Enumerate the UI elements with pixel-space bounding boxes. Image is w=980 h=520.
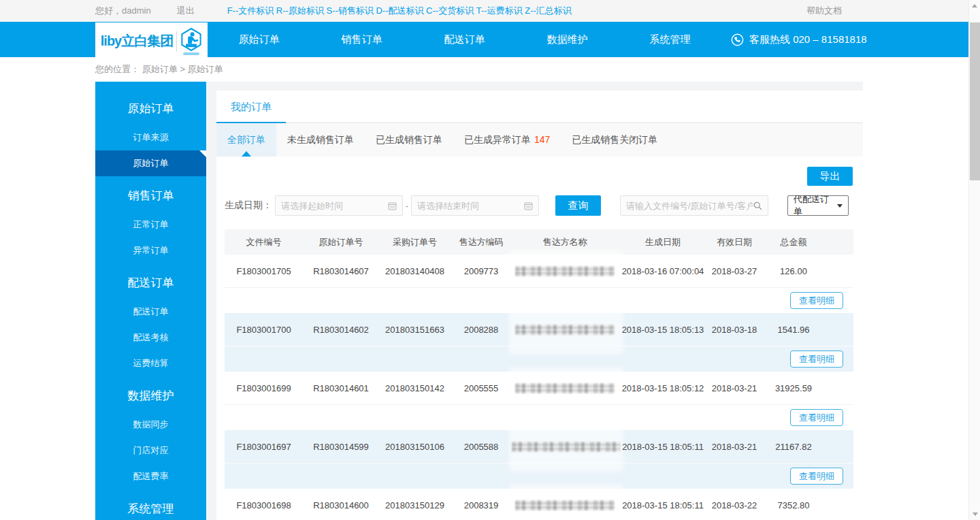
brand-logo[interactable]: liby立白集团 <box>95 22 208 60</box>
end-date-field[interactable] <box>411 195 539 216</box>
sidebar-section-system-management[interactable]: 系统管理 <box>95 493 206 520</box>
scrollbar-thumb[interactable] <box>970 22 980 180</box>
vertical-scrollbar[interactable] <box>968 0 980 520</box>
order-type-dropdown[interactable]: 代配送订单 <box>787 195 849 216</box>
cell-customer-name-redacted <box>512 383 618 393</box>
cell-customer-name-redacted <box>512 266 618 276</box>
col-header-customer-code: 售达方编码 <box>451 236 512 248</box>
breadcrumb-path: 原始订单 > 原始订单 <box>142 63 223 76</box>
sidebar-item-delivery-orders[interactable]: 配送订单 <box>95 299 206 325</box>
cell-valid-date: 2018-03-22 <box>708 500 761 510</box>
calendar-icon[interactable] <box>524 201 533 210</box>
cell-customer-code: 2009773 <box>451 266 512 276</box>
cell-customer-name-redacted <box>512 500 618 510</box>
table-row: F1803001699 R1803014601 201803150142 200… <box>225 372 853 430</box>
search-icon[interactable] <box>753 201 762 210</box>
cell-file-no: F1803001697 <box>225 442 303 452</box>
scroll-up-button[interactable] <box>969 0 980 12</box>
cell-customer-code: 2005555 <box>451 383 512 393</box>
cell-customer-name-redacted <box>512 442 618 452</box>
service-hotline: 客服热线 020 – 81581818 <box>731 33 867 46</box>
view-detail-button[interactable]: 查看明细 <box>790 351 843 368</box>
table-row: F1803001698 R1803014600 201803150129 200… <box>225 489 853 520</box>
export-row: 导出 <box>216 167 853 186</box>
cell-amount: 7352.80 <box>761 500 826 510</box>
nav-item-data-maintenance[interactable]: 数据维护 <box>516 33 619 46</box>
query-button[interactable]: 查询 <box>555 195 601 216</box>
subtab-abnormal-generated[interactable]: 已生成异常订单147 <box>453 123 561 157</box>
cell-gen-date: 2018-03-15 18:05:13 <box>618 325 708 335</box>
search-input[interactable] <box>626 201 753 211</box>
sidebar: 原始订单 订单来源 原始订单 销售订单 正常订单 异常订单 配送订单 配送订单 … <box>95 82 206 520</box>
col-header-file-no: 文件编号 <box>225 236 303 248</box>
sidebar-section-delivery-orders[interactable]: 配送订单 <box>95 267 206 299</box>
subtab-no-sales-generated[interactable]: 未生成销售订单 <box>276 123 365 157</box>
col-header-valid-date: 有效日期 <box>708 236 761 248</box>
abnormal-count-badge: 147 <box>534 134 550 145</box>
logo-caption <box>183 52 199 55</box>
col-header-amount: 总金额 <box>761 236 826 248</box>
scroll-down-button[interactable] <box>969 508 980 520</box>
cell-amount: 126.00 <box>761 266 826 276</box>
nav-menu: 原始订单 销售订单 配送订单 数据维护 系统管理 <box>208 33 721 46</box>
cell-amount: 31925.59 <box>761 383 826 393</box>
cell-valid-date: 2018-03-21 <box>708 383 761 393</box>
tab-my-orders[interactable]: 我的订单 <box>216 91 286 123</box>
sidebar-item-delivery-assessment[interactable]: 配送考核 <box>95 325 206 351</box>
logo-divider <box>176 31 177 52</box>
view-detail-button[interactable]: 查看明细 <box>790 409 843 426</box>
cell-purchase-order-no: 201803150129 <box>379 500 451 510</box>
nav-item-sales-orders[interactable]: 销售订单 <box>310 33 413 46</box>
sidebar-gutter <box>206 82 216 520</box>
cell-purchase-order-no: 201803150142 <box>379 383 451 393</box>
calendar-icon[interactable] <box>388 201 397 210</box>
sidebar-section-data-maintenance[interactable]: 数据维护 <box>95 380 206 412</box>
sidebar-section-sales-orders[interactable]: 销售订单 <box>95 180 206 212</box>
end-date-input[interactable] <box>417 201 524 211</box>
logout-link[interactable]: 退出 <box>177 5 195 17</box>
col-header-original-order-no: 原始订单号 <box>303 236 379 248</box>
subtab-sales-closed[interactable]: 已生成销售关闭订单 <box>561 123 668 157</box>
phone-icon <box>731 33 744 46</box>
start-date-input[interactable] <box>281 201 388 211</box>
user-greeting: 您好，dadmin <box>95 5 151 17</box>
sidebar-item-data-sync[interactable]: 数据同步 <box>95 412 206 438</box>
help-doc-link[interactable]: 帮助文档 <box>806 5 842 17</box>
cell-valid-date: 2018-03-27 <box>708 266 761 276</box>
sidebar-item-abnormal-orders[interactable]: 异常订单 <box>95 238 206 263</box>
sidebar-item-freight-settlement[interactable]: 运费结算 <box>95 351 206 376</box>
table-row: F1803001697 R1803014599 201803150106 200… <box>225 430 853 489</box>
card-top-strip <box>216 82 863 91</box>
cell-file-no: F1803001698 <box>225 500 303 510</box>
cell-original-order-no: R1803014599 <box>303 442 379 452</box>
cell-amount: 21167.82 <box>761 442 826 452</box>
content-card: 我的订单 全部订单 未生成销售订单 已生成销售订单 已生成异常订单147 已生成… <box>216 91 863 520</box>
breadcrumb-label: 您的位置： <box>95 63 140 76</box>
logo-hexagon-icon <box>180 27 202 55</box>
sidebar-item-normal-orders[interactable]: 正常订单 <box>95 212 206 238</box>
main-navbar: liby立白集团 原始订单 销售订单 配送订单 数据维护 系统管理 客服热线 0… <box>0 22 980 57</box>
sidebar-item-delivery-rate[interactable]: 配送费率 <box>95 464 206 489</box>
date-range-separator: - <box>403 201 411 211</box>
dropdown-selected-value: 代配送订单 <box>794 193 837 218</box>
subtab-sales-generated[interactable]: 已生成销售订单 <box>365 123 453 157</box>
cell-valid-date: 2018-03-21 <box>708 442 761 452</box>
cell-purchase-order-no: 201803140408 <box>379 266 451 276</box>
sidebar-item-original-orders[interactable]: 原始订单 <box>95 150 206 176</box>
start-date-field[interactable] <box>275 195 403 216</box>
sidebar-section-original-orders[interactable]: 原始订单 <box>95 93 206 125</box>
sidebar-item-order-source[interactable]: 订单来源 <box>95 125 206 150</box>
nav-item-original-orders[interactable]: 原始订单 <box>208 33 310 46</box>
view-detail-button[interactable]: 查看明细 <box>790 468 843 485</box>
orders-table: 文件编号 原始订单号 采购订单号 售达方编码 售达方名称 生成日期 有效日期 总… <box>225 229 853 520</box>
sidebar-item-store-mapping[interactable]: 门店对应 <box>95 438 206 464</box>
subtab-all-orders[interactable]: 全部订单 <box>216 123 276 157</box>
search-field[interactable] <box>620 195 768 216</box>
nav-item-delivery-orders[interactable]: 配送订单 <box>413 33 516 46</box>
nav-item-system-management[interactable]: 系统管理 <box>619 33 721 46</box>
table-row: F1803001700 R1803014602 201803151663 200… <box>225 313 853 372</box>
export-button[interactable]: 导出 <box>807 167 853 186</box>
cell-gen-date: 2018-03-15 18:05:12 <box>618 383 708 393</box>
view-detail-button[interactable]: 查看明细 <box>790 292 843 309</box>
cell-customer-code: 2008319 <box>451 500 512 510</box>
